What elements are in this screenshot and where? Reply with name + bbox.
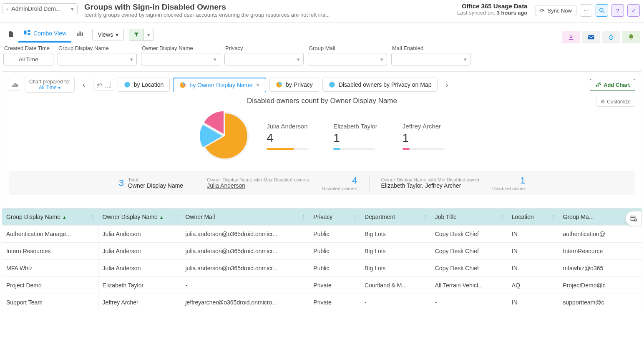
legend-name: Jeffrey Archer: [402, 123, 444, 130]
caret-down-icon: ▾: [71, 6, 74, 12]
cell-gmail: InternResource: [559, 243, 642, 260]
sync-now-label: Sync Now: [547, 8, 572, 14]
column-header[interactable]: Job Title⋮: [431, 209, 508, 226]
page-header: › AdminDroid Dem... ▾ Groups with Sign-i…: [0, 0, 644, 23]
chart-tab-privacy[interactable]: by Privacy: [269, 78, 319, 92]
svg-point-13: [124, 82, 130, 87]
table-row[interactable]: Authentication Manage... Julia Anderson …: [2, 226, 642, 243]
search-button[interactable]: [596, 4, 608, 17]
filter-created-input[interactable]: All Time: [3, 53, 53, 65]
cell-loc: IN: [508, 243, 559, 260]
download-button[interactable]: [562, 31, 580, 43]
chart-prepared-dropdown[interactable]: Chart prepared for All Time ▾: [25, 77, 75, 93]
chart-summary: 3 Total Owner Display Name Owner Display…: [9, 171, 635, 195]
verify-button[interactable]: ✓: [627, 4, 640, 17]
cell-privacy: Public: [309, 226, 360, 243]
filter-owner: Owner Display Name ▾: [141, 45, 220, 65]
add-chart-button[interactable]: + Add Chart: [590, 79, 635, 91]
close-icon[interactable]: ✕: [256, 82, 260, 88]
chevron-left-icon: ‹: [83, 80, 85, 89]
column-menu-icon[interactable]: ⋮: [173, 214, 179, 220]
filter-button[interactable]: ▾: [129, 29, 154, 41]
caret-down-icon: ▾: [297, 56, 300, 63]
filter-mail-input[interactable]: ▾: [308, 53, 387, 65]
email-button[interactable]: [582, 31, 600, 43]
sync-now-button[interactable]: ⟳ Sync Now: [536, 5, 576, 16]
help-button[interactable]: ?: [611, 4, 624, 17]
column-menu-icon[interactable]: ⋮: [423, 214, 428, 220]
column-header[interactable]: Privacy⋮: [309, 209, 360, 226]
chart-prepared-value: All Time: [39, 85, 57, 90]
table-settings-button[interactable]: [625, 211, 642, 226]
filter-mail-enabled-input[interactable]: ▾: [391, 53, 470, 65]
chart-type-button[interactable]: [9, 79, 21, 90]
table-row[interactable]: Support Team Jeffrey Archer jeffreyarche…: [2, 294, 642, 311]
cell-owner: Julia Anderson: [98, 243, 181, 260]
column-menu-icon[interactable]: ⋮: [301, 214, 307, 220]
column-menu-icon[interactable]: ⋮: [90, 214, 96, 220]
column-menu-icon[interactable]: ⋮: [352, 214, 358, 220]
views-dropdown[interactable]: Views ▾: [92, 29, 124, 40]
more-button[interactable]: ⋯: [580, 4, 592, 17]
chart-tab-location[interactable]: by Location: [118, 78, 170, 92]
summary-max-name[interactable]: Julia Anderson: [207, 182, 309, 189]
cell-loc: AQ: [508, 277, 559, 294]
cell-dept: -: [360, 294, 431, 311]
filter-created-label: Created Date Time: [3, 45, 53, 51]
legend-item[interactable]: Julia Anderson 4: [267, 123, 308, 150]
filter-privacy-input[interactable]: ▾: [224, 53, 304, 65]
chart-prev-button[interactable]: ‹: [78, 77, 90, 92]
chart-title: Disabled owners count by Owner Display N…: [9, 97, 635, 105]
chart-tab-map[interactable]: Disabled owners by Privacy on Map: [322, 78, 438, 92]
cell-gmail: authentication@: [559, 226, 642, 243]
cell-privacy: Private: [309, 277, 360, 294]
svg-rect-3: [28, 30, 30, 32]
svg-rect-10: [13, 85, 14, 87]
column-header[interactable]: Department⋮: [360, 209, 431, 226]
tenant-selector[interactable]: › AdminDroid Dem... ▾: [3, 3, 78, 14]
chart-tab-owner[interactable]: by Owner Display Name ✕: [173, 78, 266, 92]
alert-button[interactable]: [622, 31, 640, 43]
summary-max-n-label: Disabled owners: [322, 186, 357, 191]
combo-view-icon: [23, 29, 31, 37]
column-menu-icon[interactable]: ⋮: [499, 214, 505, 220]
column-header[interactable]: Owner Mail⋮: [181, 209, 309, 226]
cell-gmail: mfawhiz@o365: [559, 260, 642, 277]
add-chart-icon: +: [595, 82, 601, 88]
filter-privacy-label: Privacy: [224, 45, 304, 51]
cell-group: Support Team: [2, 294, 98, 311]
filter-group-input[interactable]: ▾: [58, 53, 137, 65]
cell-privacy: Private: [309, 294, 360, 311]
chart-card: Chart prepared for All Time ▾ ‹ ye by Lo…: [2, 71, 642, 202]
chart-view-tab[interactable]: [71, 28, 89, 42]
chart-next-button[interactable]: ›: [441, 77, 453, 92]
column-header[interactable]: Owner Display Name▲⋮: [98, 209, 181, 226]
tenant-name: AdminDroid Dem...: [11, 5, 71, 12]
legend-value: 1: [402, 131, 444, 145]
table-row[interactable]: Intern Resources Julia Anderson julia.an…: [2, 243, 642, 260]
cell-group: MFA Whiz: [2, 260, 98, 277]
svg-rect-17: [596, 85, 597, 87]
combo-view-tab[interactable]: Combo View: [18, 27, 71, 43]
summary-total: 3 Total Owner Display Name: [107, 175, 196, 191]
usage-block: Office 365 Usage Data Last synced on: 3 …: [452, 3, 532, 16]
column-header[interactable]: Location⋮: [508, 209, 559, 226]
sort-asc-icon: ▲: [62, 215, 67, 220]
summary-min: Owner Display Name with Min Disabled own…: [370, 175, 537, 191]
legend-item[interactable]: Jeffrey Archer 1: [402, 123, 444, 150]
table-row[interactable]: Project Demo Elizabeth Taylor - Private …: [2, 277, 642, 294]
caret-down-icon: ▾: [144, 29, 153, 40]
summary-total-label2: Owner Display Name: [128, 182, 183, 189]
table-row[interactable]: MFA Whiz Julia Anderson julia.anderson@o…: [2, 260, 642, 277]
column-menu-icon[interactable]: ⋮: [551, 214, 556, 220]
header-actions: ⟳ Sync Now ⋯ ? ✓: [536, 4, 640, 17]
column-header[interactable]: Group Display Name▲⋮: [2, 209, 98, 226]
customize-button[interactable]: ⚙ Customize: [596, 97, 635, 107]
legend-item[interactable]: Elizabeth Taylor 1: [333, 123, 377, 150]
schedule-button[interactable]: [602, 31, 620, 43]
filter-owner-input[interactable]: ▾: [141, 53, 220, 65]
chart-ye-chip[interactable]: ye: [93, 79, 114, 90]
pie-icon: [276, 81, 282, 88]
last-synced: Last synced on: 3 hours ago: [457, 10, 527, 16]
cell-mail: jeffreyarcher@o365droid.onmicro...: [181, 294, 309, 311]
